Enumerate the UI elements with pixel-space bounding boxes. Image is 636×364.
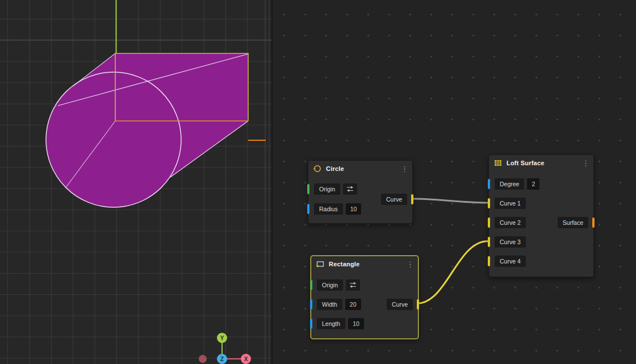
input-label-degree: Degree <box>495 178 524 190</box>
input-label-radius: Radius <box>314 203 343 215</box>
input-port-origin[interactable] <box>307 184 309 194</box>
origin-settings-button[interactable] <box>346 279 360 291</box>
output-label-curve: Curve <box>387 299 413 310</box>
node-circle[interactable]: Circle ⋮ Origin Radius 10 <box>308 160 413 224</box>
node-loft-surface[interactable]: Loft Surface ⋮ Degree 2 Curve 1 Curve 2 … <box>488 154 594 277</box>
node-title: Rectangle <box>329 261 359 267</box>
rectangle-node-icon <box>316 260 325 269</box>
gizmo-x-label: X <box>244 356 248 362</box>
node-menu-button[interactable]: ⋮ <box>582 160 589 167</box>
input-label-origin: Origin <box>314 183 340 195</box>
app-window: Y Z X Circle ⋮ <box>0 0 636 364</box>
input-label-length: Length <box>317 318 345 329</box>
loft-solid-geometry[interactable] <box>46 53 248 207</box>
input-port-curve4[interactable] <box>488 256 490 266</box>
input-port-radius[interactable] <box>307 204 309 214</box>
node-header[interactable]: Loft Surface ⋮ <box>489 155 593 171</box>
output-label-curve: Curve <box>381 194 407 205</box>
gizmo-negative-axis-dot[interactable] <box>199 355 207 363</box>
node-row-output: Curve <box>387 299 418 310</box>
input-port-curve3[interactable] <box>488 237 490 247</box>
input-port-length[interactable] <box>310 319 312 329</box>
gizmo-y-label: Y <box>220 335 224 341</box>
input-port-curve2[interactable] <box>488 217 490 228</box>
node-header[interactable]: Circle ⋮ <box>308 161 412 177</box>
node-row: Radius 10 <box>308 203 361 215</box>
node-canvas[interactable]: Circle ⋮ Origin Radius 10 <box>271 0 636 364</box>
node-row-output: Surface <box>558 217 593 228</box>
loft-surface-node-icon <box>493 158 503 168</box>
viewport-3d[interactable]: Y Z X <box>0 0 271 364</box>
node-row: Length 10 <box>311 318 364 329</box>
input-label-curve2: Curve 2 <box>495 217 526 228</box>
output-port-surface[interactable] <box>592 217 595 228</box>
node-menu-button[interactable]: ⋮ <box>407 261 413 268</box>
node-row: Curve 3 <box>489 236 526 248</box>
node-title: Loft Surface <box>507 160 545 166</box>
input-label-curve4: Curve 4 <box>495 256 526 267</box>
wire-circle-to-loft-curve1[interactable] <box>411 199 488 203</box>
node-row: Origin <box>311 279 360 291</box>
input-label-curve1: Curve 1 <box>495 198 526 209</box>
node-rectangle[interactable]: Rectangle ⋮ Origin Width 20 <box>311 256 419 339</box>
node-row: Width 20 <box>311 299 361 310</box>
input-value-length[interactable]: 10 <box>348 318 364 329</box>
input-value-degree[interactable]: 2 <box>527 178 539 190</box>
node-row: Curve 2 <box>489 217 526 228</box>
node-row: Degree 2 <box>489 178 539 190</box>
node-row: Origin <box>308 183 357 195</box>
input-port-degree[interactable] <box>488 179 490 189</box>
input-port-curve1[interactable] <box>488 198 490 208</box>
circle-node-icon <box>313 164 322 173</box>
input-value-width[interactable]: 20 <box>345 299 361 310</box>
node-menu-button[interactable]: ⋮ <box>401 165 408 173</box>
sliders-icon <box>349 282 357 288</box>
input-port-width[interactable] <box>310 299 312 309</box>
axis-gizmo[interactable]: Y Z X <box>199 333 251 364</box>
sliders-icon <box>346 186 354 193</box>
origin-settings-button[interactable] <box>343 183 357 195</box>
gizmo-z-label: Z <box>220 356 224 362</box>
wire-rectangle-to-loft-curve3[interactable] <box>417 241 488 304</box>
node-row: Curve 1 <box>489 198 526 209</box>
output-port-curve[interactable] <box>411 194 413 204</box>
output-label-surface: Surface <box>558 217 588 228</box>
input-label-curve3: Curve 3 <box>495 236 526 248</box>
input-label-width: Width <box>317 299 342 310</box>
input-value-radius[interactable]: 10 <box>346 203 362 215</box>
input-label-origin: Origin <box>317 279 343 291</box>
input-port-origin[interactable] <box>310 280 312 290</box>
node-title: Circle <box>326 165 344 172</box>
output-port-curve[interactable] <box>417 299 419 309</box>
node-header[interactable]: Rectangle ⋮ <box>311 256 418 272</box>
node-row-output: Curve <box>381 194 412 205</box>
node-row: Curve 4 <box>489 256 526 267</box>
